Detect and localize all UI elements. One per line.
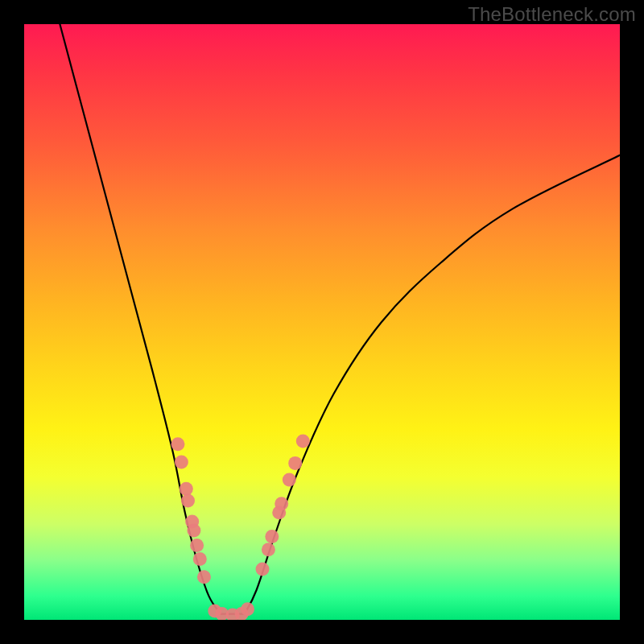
data-marker [296,435,310,448]
data-marker [190,539,204,552]
series-curve-right [245,155,620,614]
chart-frame: TheBottleneck.com [0,0,644,644]
data-marker [256,563,270,576]
data-marker [241,602,254,616]
data-marker [265,530,279,543]
data-marker [181,494,195,508]
data-marker [171,437,184,451]
data-marker [175,455,188,469]
marker-layer [171,435,309,621]
data-marker [187,524,200,538]
attribution-text: TheBottleneck.com [468,3,636,26]
data-marker [283,473,296,487]
data-marker [262,543,275,556]
data-marker [193,552,207,566]
curve-layer [60,24,620,614]
data-marker [197,570,211,584]
plot-svg [24,24,620,620]
data-marker [288,456,302,470]
data-marker [275,497,288,510]
plot-area [24,24,620,620]
data-marker [180,482,193,496]
